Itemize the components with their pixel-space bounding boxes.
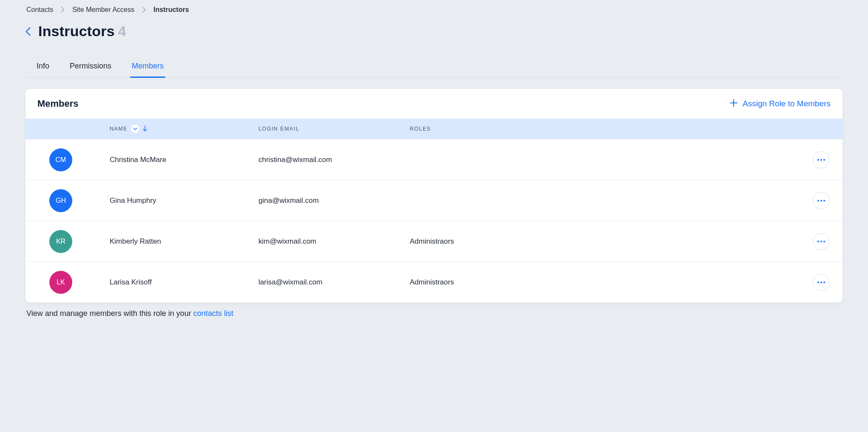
avatar: LK [49,271,72,294]
arrow-down-icon [143,125,147,133]
column-header-roles[interactable]: ROLES [410,126,780,132]
svg-point-8 [823,241,825,242]
column-header-email[interactable]: LOGIN EMAIL [258,126,410,132]
tab-info[interactable]: Info [35,58,51,77]
svg-point-2 [823,159,825,161]
row-actions-button[interactable] [813,192,830,209]
table-row[interactable]: LKLarisa Krisofflarisa@wixmail.comAdmini… [26,261,842,302]
table-row[interactable]: KRKimberly Rattenkim@wixmail.comAdminist… [26,221,842,261]
more-horizontal-icon [817,241,825,242]
table-header: NAME LOGIN EMAIL ROLES [26,119,842,139]
member-name: Christina McMare [110,156,258,164]
avatar: GH [49,189,72,212]
member-email: kim@wixmail.com [258,237,410,246]
plus-icon [730,99,738,109]
breadcrumb-item-site-member-access[interactable]: Site Member Access [72,6,134,14]
member-name: Larisa Krisoff [110,278,258,287]
assign-role-label: Assign Role to Members [743,99,831,108]
more-horizontal-icon [817,281,825,283]
footer-note: View and manage members with this role i… [26,309,842,318]
avatar: CM [49,148,72,171]
svg-point-9 [817,281,819,283]
svg-point-3 [817,200,819,202]
tabs: Info Permissions Members [26,58,842,78]
row-actions-button[interactable] [813,151,830,168]
member-roles: Administraors [410,278,780,287]
member-email: larisa@wixmail.com [258,278,410,287]
card-title: Members [37,98,79,109]
member-email: christina@wixmail.com [258,156,410,164]
contacts-list-link[interactable]: contacts list [193,309,233,318]
svg-point-10 [820,281,822,283]
chevron-right-icon [142,7,146,13]
row-actions-button[interactable] [813,274,830,291]
svg-point-11 [823,281,825,283]
member-name: Kimberly Ratten [110,237,258,246]
table-row[interactable]: CMChristina McMarechristina@wixmail.com [26,139,842,180]
breadcrumb-item-contacts[interactable]: Contacts [26,6,53,14]
svg-point-5 [823,200,825,202]
svg-point-7 [820,241,822,242]
members-card: Members Assign Role to Members NAME LOGI… [26,89,842,302]
member-roles: Administraors [410,237,780,246]
chevron-down-icon [131,125,139,133]
back-button[interactable] [26,27,31,36]
breadcrumb-item-instructors: Instructors [153,6,189,14]
member-name: Gina Humphry [110,196,258,205]
svg-point-0 [817,159,819,161]
column-header-name[interactable]: NAME [110,125,258,133]
avatar: KR [49,230,72,253]
member-email: gina@wixmail.com [258,196,410,205]
svg-point-4 [820,200,822,202]
table-row[interactable]: GHGina Humphrygina@wixmail.com [26,180,842,221]
chevron-right-icon [61,7,65,13]
more-horizontal-icon [817,159,825,161]
more-horizontal-icon [817,200,825,202]
breadcrumb: Contacts Site Member Access Instructors [26,4,842,21]
svg-point-6 [817,241,819,242]
tab-members[interactable]: Members [130,58,165,77]
row-actions-button[interactable] [813,233,830,250]
svg-point-1 [820,159,822,161]
page-title: Instructors4 [38,23,126,40]
tab-permissions[interactable]: Permissions [68,58,113,77]
assign-role-button[interactable]: Assign Role to Members [730,99,831,109]
